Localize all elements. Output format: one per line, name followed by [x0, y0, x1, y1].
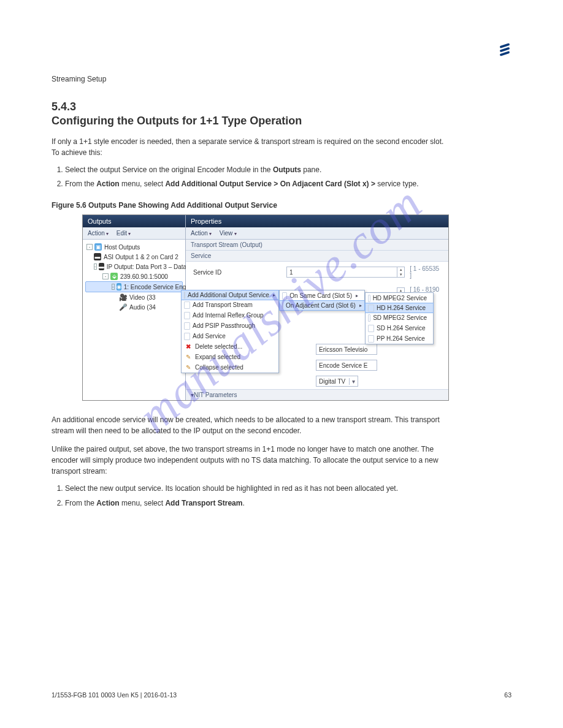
properties-header: Properties	[186, 215, 448, 227]
setup-steps: Select the output Service on the origina…	[52, 164, 511, 190]
collapse-icon: ✎	[184, 363, 193, 372]
submenu-adjacent-card[interactable]: On Adjacent Card (Slot 6)	[279, 300, 365, 311]
service-id-row: Service ID 1 ▲▼ [ 1 - 65535 ]	[186, 262, 448, 282]
service-type-row: Digital TV ▾	[186, 372, 448, 390]
collapse-icon[interactable]: -	[94, 264, 97, 270]
after-step-1: Select the new output service. Its locat…	[65, 483, 511, 495]
footer-doc-id: 1/1553-FGB 101 0003 Uen K5 | 2016-01-13	[52, 691, 177, 699]
menu-delete-selected[interactable]: ✖ Delete selected...	[182, 341, 278, 352]
menu-expand-selected[interactable]: ✎ Expand selected	[182, 352, 278, 362]
service-id-range: [ 1 - 65535 ]	[410, 265, 441, 279]
menu-add-internal-reflex-group[interactable]: Add Internal Reflex Group	[182, 310, 278, 320]
collapse-icon[interactable]: -	[102, 273, 109, 279]
menu-add-psip-passthrough[interactable]: Add PSIP Passthrough	[182, 320, 278, 331]
tree-addr-label: 239.60.90.1:5000	[120, 273, 168, 280]
tree-asi[interactable]: ▬ ASI Output 1 & 2 on Card 2	[85, 252, 183, 262]
tree-video-label: Video (33	[129, 294, 156, 301]
outputs-header: Outputs	[83, 215, 185, 227]
collapse-icon[interactable]: -	[86, 244, 93, 250]
svc-sd-mpeg2[interactable]: SD MPEG2 Service	[366, 313, 433, 323]
after-figure-steps: Select the new output service. Its locat…	[52, 483, 511, 509]
folder-icon: ▣	[94, 243, 102, 251]
outputs-action-menu[interactable]: Action	[88, 230, 109, 237]
properties-view-menu[interactable]: View	[220, 230, 237, 237]
tree-ip-label: IP Output: Data Port 3 – Data Po	[107, 264, 196, 270]
card-submenu: On Same Card (Slot 5) On Adjacent Card (…	[279, 290, 365, 311]
footer-page-number: 63	[504, 691, 511, 699]
menu-item-label: Add Transport Stream	[193, 301, 253, 308]
section-title: Configuring the Outputs for 1+1 Type Ope…	[52, 115, 511, 127]
menu-item-label: Add Service	[193, 333, 226, 339]
submenu-item-label: On Same Card (Slot 5)	[289, 292, 352, 299]
device-icon: ▬	[94, 253, 101, 260]
delete-icon: ✖	[184, 343, 193, 351]
figure-caption: Figure 5.6 Outputs Pane Showing Add Addi…	[52, 201, 511, 210]
service-id-input[interactable]: 1	[286, 267, 397, 278]
service-type-submenu: HD MPEG2 Service HD H.264 Service SD MPE…	[365, 292, 434, 344]
section-number: 5.4.3	[52, 100, 511, 113]
device-icon: ▬	[99, 263, 104, 270]
menu-add-service[interactable]: Add Service	[182, 331, 278, 341]
tree-audio[interactable]: 🎤 Audio (34	[85, 302, 183, 312]
menu-item-label: Expand selected	[195, 354, 240, 360]
tree-addr[interactable]: - ⬙ 239.60.90.1:5000	[85, 271, 183, 281]
service-icon: ◉	[117, 283, 121, 290]
document-icon	[368, 335, 374, 343]
menu-collapse-selected[interactable]: ✎ Collapse selected	[182, 362, 278, 373]
outputs-panel: Outputs Action Edit - ▣ Host Outputs ▬ A…	[83, 215, 186, 400]
tree-ip[interactable]: - ▬ IP Output: Data Port 3 – Data Po	[85, 262, 183, 271]
collapse-icon[interactable]: -	[112, 284, 115, 290]
outputs-edit-menu[interactable]: Edit	[117, 230, 131, 237]
submenu-same-card[interactable]: On Same Card (Slot 5)	[280, 290, 364, 301]
service-type-select[interactable]: Digital TV ▾	[316, 376, 358, 387]
menu-item-label: Collapse selected	[195, 364, 243, 371]
service-type-value: Digital TV	[319, 378, 345, 385]
tree-root[interactable]: - ▣ Host Outputs	[85, 242, 183, 252]
after-step-2: From the Action menu, select Add Transpo…	[65, 498, 511, 509]
svc-pp-h264[interactable]: PP H.264 Service	[366, 333, 433, 344]
screenshot: Outputs Action Edit - ▣ Host Outputs ▬ A…	[82, 214, 449, 401]
chevron-down-icon: ▾	[349, 378, 355, 385]
document-icon	[184, 333, 190, 340]
after-figure-para2: Unlike the paired output, set above, the…	[52, 444, 444, 477]
svc-sd-h264[interactable]: SD H.264 Service	[366, 323, 433, 333]
submenu-item-label: On Adjacent Card (Slot 6)	[286, 302, 356, 309]
provider-input[interactable]: Ericsson Televisio	[316, 344, 377, 355]
tree-encode-service[interactable]: - ◉ 1: Encode Service Eng	[85, 281, 183, 292]
tree-audio-label: Audio (34	[129, 304, 156, 311]
intro-paragraph: If only a 1+1 style encoder is needed, t…	[52, 136, 444, 158]
svc-hd-mpeg2[interactable]: HD MPEG2 Service	[366, 293, 433, 303]
context-menu: Add Additional Output Service Add Transp…	[181, 290, 279, 373]
after-figure-para1: An additional encode service will now be…	[52, 414, 444, 436]
outputs-tree: - ▣ Host Outputs ▬ ASI Output 1 & 2 on C…	[83, 240, 185, 314]
properties-toolbar: Action View	[186, 227, 448, 240]
properties-action-menu[interactable]: Action	[191, 230, 212, 237]
service-id-spinner[interactable]: ▲▼	[397, 267, 405, 278]
menu-item-label: Delete selected...	[195, 343, 242, 350]
document-icon	[184, 322, 190, 330]
document-icon	[282, 302, 283, 309]
document-icon	[184, 312, 190, 319]
svc-item-label: PP H.264 Service	[377, 335, 425, 342]
menu-item-label: Add PSIP Passthrough	[193, 322, 255, 329]
document-icon	[368, 325, 374, 332]
document-icon	[368, 305, 374, 312]
chapter-ref: Streaming Setup	[52, 74, 511, 85]
service-name-input[interactable]: Encode Service E	[316, 360, 377, 371]
menu-item-label: Add Internal Reflex Group	[193, 312, 264, 319]
menu-add-additional-output-service[interactable]: Add Additional Output Service	[181, 290, 279, 300]
document-icon	[368, 295, 370, 302]
menu-add-transport-stream[interactable]: Add Transport Stream	[182, 300, 278, 310]
ts-section-label: Transport Stream (Output)	[186, 240, 448, 251]
svc-item-label: HD MPEG2 Service	[373, 295, 427, 301]
brand-logo	[498, 43, 511, 58]
nit-parameters-section[interactable]: NIT Parameters	[186, 389, 448, 400]
expand-icon: ✎	[184, 353, 193, 362]
page-footer: 1/1553-FGB 101 0003 Uen K5 | 2016-01-13 …	[52, 691, 511, 699]
document-icon	[368, 314, 370, 322]
svc-hd-h264[interactable]: HD H.264 Service	[365, 303, 434, 313]
service-section-label: Service	[186, 251, 448, 262]
page-content: Streaming Setup 5.4.3 Configuring the Ou…	[52, 43, 511, 512]
tree-video[interactable]: 🎥 Video (33	[85, 292, 183, 302]
svc-item-label: HD H.264 Service	[377, 305, 426, 311]
